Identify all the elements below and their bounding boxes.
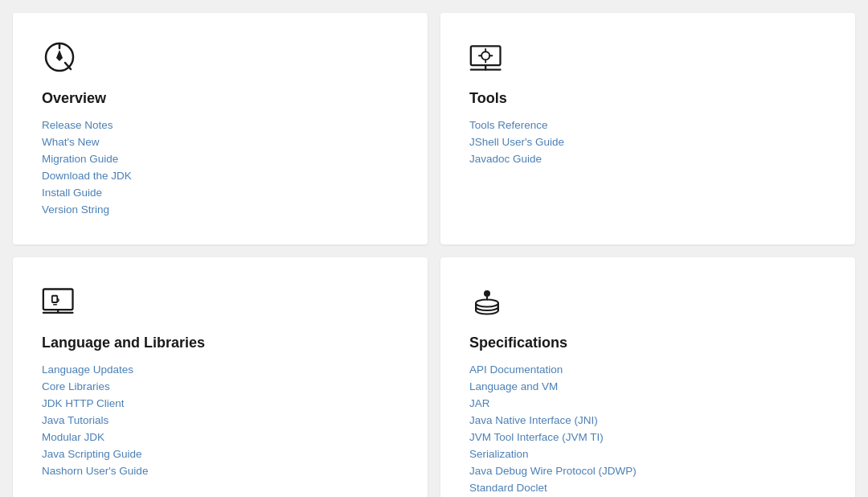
list-item: Standard Doclet (469, 481, 826, 494)
nav-link[interactable]: Modular JDK (42, 431, 104, 443)
list-item: Migration Guide (42, 152, 399, 165)
list-item: API Documentation (469, 363, 826, 376)
nav-link[interactable]: JAR (469, 397, 490, 409)
card-language-libraries: Language and LibrariesLanguage UpdatesCo… (13, 257, 428, 497)
nav-link[interactable]: Nashorn User's Guide (42, 465, 148, 477)
card-title-overview: Overview (42, 90, 399, 107)
card-specifications: SpecificationsAPI DocumentationLanguage … (440, 257, 855, 497)
card-links-tools: Tools ReferenceJShell User's GuideJavado… (469, 118, 826, 165)
nav-link[interactable]: JDK HTTP Client (42, 397, 125, 409)
list-item: Release Notes (42, 118, 399, 131)
nav-link[interactable]: Java Scripting Guide (42, 448, 142, 460)
list-item: What's New (42, 135, 399, 148)
list-item: Version String (42, 203, 399, 216)
svg-point-17 (484, 290, 490, 297)
nav-link[interactable]: What's New (42, 136, 100, 148)
list-item: Java Native Interface (JNI) (469, 413, 826, 426)
list-item: Serialization (469, 447, 826, 460)
nav-link[interactable]: Core Libraries (42, 380, 110, 392)
card-title-tools: Tools (469, 90, 826, 107)
list-item: Tools Reference (469, 118, 826, 131)
list-item: Install Guide (42, 186, 399, 199)
nav-link[interactable]: JVM Tool Interface (JVM TI) (469, 431, 604, 443)
nav-link[interactable]: Java Tutorials (42, 414, 108, 426)
nav-link[interactable]: Migration Guide (42, 153, 118, 165)
nav-link[interactable]: Release Notes (42, 119, 113, 131)
nav-link[interactable]: Language and VM (469, 380, 558, 392)
list-item: Core Libraries (42, 380, 399, 392)
card-tools: ToolsTools ReferenceJShell User's GuideJ… (440, 13, 855, 244)
nav-link[interactable]: Java Native Interface (JNI) (469, 414, 598, 426)
nav-link[interactable]: JShell User's Guide (469, 136, 564, 148)
nav-link[interactable]: Standard Doclet (469, 482, 547, 494)
list-item: Java Scripting Guide (42, 447, 399, 460)
nav-link[interactable]: Serialization (469, 448, 529, 460)
nav-link[interactable]: Download the JDK (42, 170, 132, 182)
list-item: Java Debug Wire Protocol (JDWP) (469, 464, 826, 477)
list-item: JAR (469, 396, 826, 409)
nav-link[interactable]: API Documentation (469, 364, 563, 376)
card-title-language-libraries: Language and Libraries (42, 335, 399, 351)
nav-link[interactable]: Tools Reference (469, 119, 548, 131)
svg-point-16 (476, 300, 498, 307)
specifications-icon (469, 283, 826, 322)
list-item: JShell User's Guide (469, 135, 826, 148)
card-title-specifications: Specifications (469, 335, 826, 351)
list-item: Download the JDK (42, 169, 399, 182)
card-overview: OverviewRelease NotesWhat's NewMigration… (13, 13, 428, 244)
svg-rect-11 (52, 296, 57, 302)
list-item: Java Tutorials (42, 413, 399, 426)
nav-link[interactable]: Version String (42, 203, 109, 216)
list-item: Language Updates (42, 363, 399, 376)
list-item: Language and VM (469, 380, 826, 392)
list-item: JDK HTTP Client (42, 396, 399, 409)
language-icon (42, 283, 399, 322)
svg-point-3 (481, 51, 489, 60)
nav-link[interactable]: Javadoc Guide (469, 153, 542, 165)
list-item: JVM Tool Interface (JVM TI) (469, 430, 826, 443)
nav-link[interactable]: Java Debug Wire Protocol (JDWP) (469, 465, 637, 477)
card-links-language-libraries: Language UpdatesCore LibrariesJDK HTTP C… (42, 363, 399, 477)
list-item: Modular JDK (42, 430, 399, 443)
cards-grid: OverviewRelease NotesWhat's NewMigration… (0, 0, 868, 497)
overview-icon (42, 39, 399, 77)
card-links-specifications: API DocumentationLanguage and VMJARJava … (469, 363, 826, 494)
list-item: Javadoc Guide (469, 152, 826, 165)
nav-link[interactable]: Language Updates (42, 364, 133, 376)
list-item: Nashorn User's Guide (42, 464, 399, 477)
card-links-overview: Release NotesWhat's NewMigration GuideDo… (42, 118, 399, 216)
nav-link[interactable]: Install Guide (42, 187, 102, 199)
tools-icon (469, 39, 826, 77)
